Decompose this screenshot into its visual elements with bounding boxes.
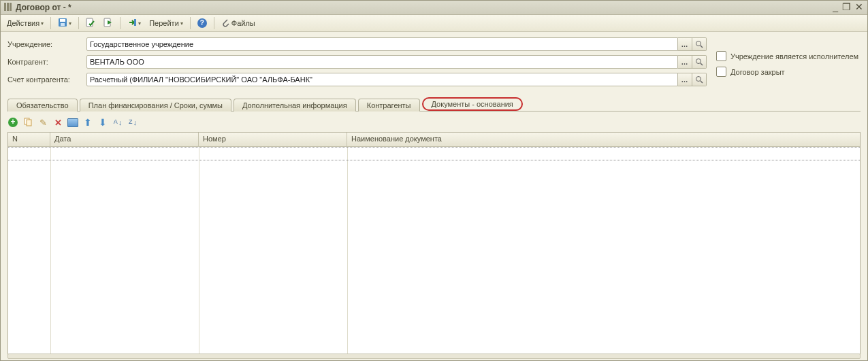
help-button[interactable]: ? xyxy=(194,16,210,31)
account-input[interactable]: Расчетный (ФИЛИАЛ "НОВОСИБИРСКИЙ" ОАО "А… xyxy=(86,73,678,86)
svg-line-14 xyxy=(701,81,703,83)
svg-rect-1 xyxy=(7,3,9,11)
main-toolbar: Действия ▾ ▾ xyxy=(1,15,867,32)
tab-obligation[interactable]: Обязательство xyxy=(7,99,78,111)
chevron-down-icon: ▾ xyxy=(180,20,183,27)
delete-icon: ✕ xyxy=(54,118,62,128)
form-area: Учреждение: Государственное учреждение …… xyxy=(1,32,867,94)
minimize-button[interactable]: _ xyxy=(833,2,838,12)
sort-desc-icon: Z↓ xyxy=(129,118,137,126)
titlebar: Договор от - * _ ❐ ✕ xyxy=(1,1,867,15)
close-button[interactable]: ✕ xyxy=(855,2,863,12)
arrow-down-icon: ⬇ xyxy=(99,117,107,128)
account-search-button[interactable] xyxy=(692,73,707,86)
is-executor-checkbox[interactable]: Учреждение является исполнителем xyxy=(716,51,861,61)
table-icon xyxy=(67,118,78,127)
column-n[interactable]: N xyxy=(8,133,50,146)
tab-counterparties[interactable]: Контрагенты xyxy=(358,99,420,111)
move-up-button[interactable]: ⬆ xyxy=(82,117,93,128)
grid-header: N Дата Номер Наименование документа xyxy=(8,133,860,147)
svg-point-9 xyxy=(696,41,701,46)
diskette-icon xyxy=(58,18,67,29)
window-title: Договор от - * xyxy=(16,3,71,12)
account-select-button[interactable]: … xyxy=(678,73,692,86)
pencil-icon: ✎ xyxy=(39,118,47,128)
closed-label: Договор закрыт xyxy=(730,68,785,76)
paperclip-icon xyxy=(221,18,229,29)
institution-label: Учреждение: xyxy=(7,40,86,48)
account-label: Счет контрагента: xyxy=(7,75,86,84)
sort-asc-icon: A↓ xyxy=(114,118,123,126)
svg-rect-16 xyxy=(27,120,31,126)
counterparty-select-button[interactable]: … xyxy=(678,55,692,69)
add-row-button[interactable]: + xyxy=(7,117,18,128)
arrow-up-icon: ⬆ xyxy=(84,117,92,128)
actions-menu[interactable]: Действия ▾ xyxy=(3,16,47,31)
magnifier-icon xyxy=(695,75,703,84)
help-icon: ? xyxy=(197,18,207,28)
copy-row-button[interactable] xyxy=(22,117,33,128)
navigate-icon xyxy=(127,18,137,29)
ok-button[interactable] xyxy=(82,16,99,31)
save-button[interactable]: ▾ xyxy=(54,16,75,31)
grid-toolbar: + ✎ ✕ ⬆ ⬇ A↓ xyxy=(7,116,861,129)
is-executor-label: Учреждение является исполнителем xyxy=(730,52,858,61)
institution-search-button[interactable] xyxy=(692,37,707,51)
plus-circle-icon: + xyxy=(8,118,18,127)
move-down-button[interactable]: ⬇ xyxy=(97,117,108,128)
documents-grid: N Дата Номер Наименование документа xyxy=(7,132,861,358)
files-button[interactable]: Файлы xyxy=(218,16,259,31)
maximize-button[interactable]: ❐ xyxy=(842,2,851,12)
document-ok-icon xyxy=(86,18,95,29)
svg-point-11 xyxy=(696,59,701,64)
svg-rect-4 xyxy=(60,19,65,22)
document-arrow-icon xyxy=(103,18,113,29)
svg-rect-8 xyxy=(134,19,136,26)
sort-asc-button[interactable]: A↓ xyxy=(112,117,123,128)
column-doc-name[interactable]: Наименование документа xyxy=(347,133,860,146)
chevron-down-icon: ▾ xyxy=(138,20,141,27)
magnifier-icon xyxy=(695,58,703,66)
counterparty-label: Контрагент: xyxy=(7,58,86,66)
copy-icon xyxy=(23,117,33,128)
column-date[interactable]: Дата xyxy=(50,133,199,146)
tab-additional-info[interactable]: Дополнительная информация xyxy=(234,99,356,111)
app-icon xyxy=(3,2,13,13)
checkbox-icon xyxy=(716,67,726,77)
closed-checkbox[interactable]: Договор закрыт xyxy=(716,67,861,77)
counterparty-row: Контрагент: ВЕНТАЛЬ ООО … xyxy=(7,55,707,69)
svg-rect-2 xyxy=(10,3,12,11)
new-row-placeholder[interactable] xyxy=(8,147,860,160)
counterparty-input[interactable]: ВЕНТАЛЬ ООО xyxy=(86,55,678,69)
svg-line-10 xyxy=(701,46,703,48)
actions-label: Действия xyxy=(7,19,39,27)
files-label: Файлы xyxy=(231,19,255,27)
edit-row-button[interactable]: ✎ xyxy=(37,117,48,128)
tab-basis-documents[interactable]: Документы - основания xyxy=(422,97,523,111)
tab-finance-plan[interactable]: План финансирования / Сроки, суммы xyxy=(80,99,231,111)
delete-row-button[interactable]: ✕ xyxy=(52,117,63,128)
chevron-down-icon: ▾ xyxy=(69,20,71,27)
counterparty-search-button[interactable] xyxy=(692,55,707,69)
go-label: Перейти xyxy=(149,19,179,27)
navigate-button[interactable]: ▾ xyxy=(124,16,144,31)
institution-row: Учреждение: Государственное учреждение … xyxy=(7,37,707,51)
sort-desc-button[interactable]: Z↓ xyxy=(127,117,138,128)
svg-point-13 xyxy=(696,77,701,82)
footer-spacer xyxy=(7,354,861,359)
grid-body[interactable] xyxy=(8,147,860,358)
svg-rect-5 xyxy=(61,23,65,26)
chevron-down-icon: ▾ xyxy=(41,20,44,27)
tabs: Обязательство План финансирования / Срок… xyxy=(7,96,861,111)
account-row: Счет контрагента: Расчетный (ФИЛИАЛ "НОВ… xyxy=(7,73,707,86)
column-number[interactable]: Номер xyxy=(199,133,347,146)
institution-input[interactable]: Государственное учреждение xyxy=(86,37,678,51)
checkbox-icon xyxy=(716,51,726,61)
post-button[interactable] xyxy=(100,16,116,31)
svg-rect-0 xyxy=(4,3,6,11)
svg-line-12 xyxy=(701,63,703,65)
grid-button[interactable] xyxy=(67,117,78,128)
go-menu[interactable]: Перейти ▾ xyxy=(146,16,187,31)
institution-select-button[interactable]: … xyxy=(678,37,692,51)
magnifier-icon xyxy=(695,40,703,48)
